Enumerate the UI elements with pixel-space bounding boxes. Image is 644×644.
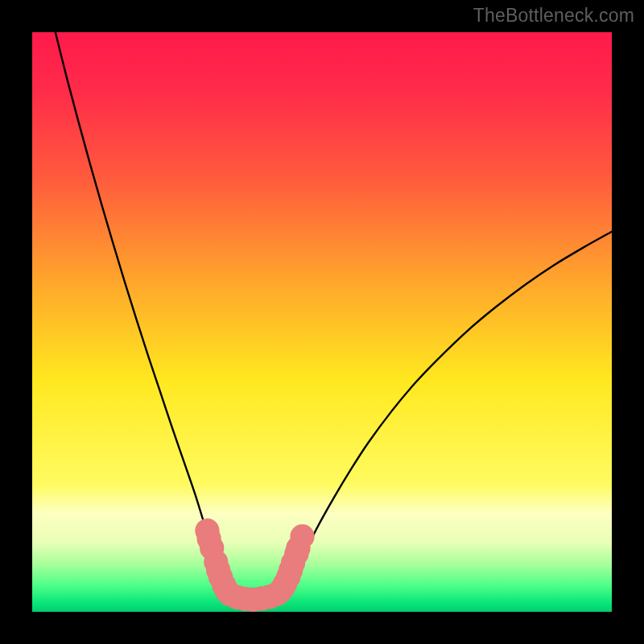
plot-area [32,32,612,612]
chart-frame: TheBottleneck.com [0,0,644,644]
chart-svg [32,32,612,612]
gradient-background [32,32,612,612]
watermark-text: TheBottleneck.com [473,5,634,27]
marker-dot [290,524,314,548]
